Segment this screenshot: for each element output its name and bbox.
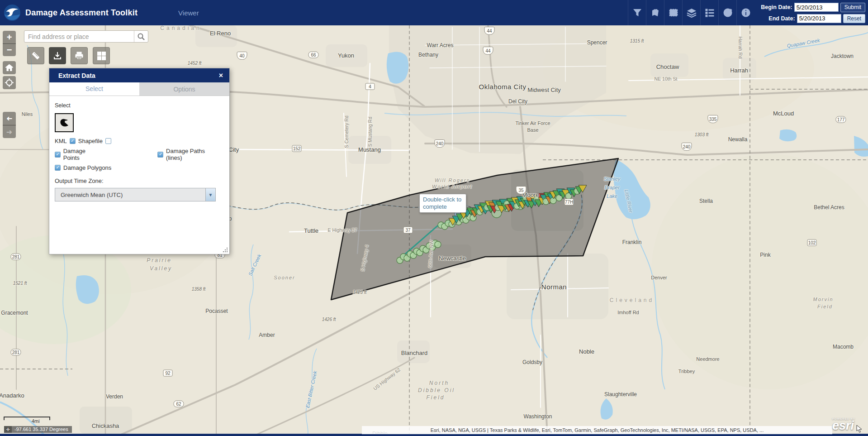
submit-button[interactable]: Submit bbox=[840, 3, 865, 12]
output-time-zone-label: Output Time Zone: bbox=[55, 177, 224, 184]
esri-logo: POWERED BY esri bbox=[832, 417, 855, 431]
mouse-cursor bbox=[856, 425, 863, 433]
home-button[interactable] bbox=[3, 61, 16, 74]
kml-checkbox[interactable] bbox=[70, 138, 76, 144]
end-date-input[interactable] bbox=[797, 14, 841, 23]
tab-options[interactable]: Options bbox=[139, 82, 229, 96]
dialog-header[interactable]: Extract Data × bbox=[49, 68, 229, 82]
print-button[interactable] bbox=[71, 47, 88, 64]
layers-button[interactable] bbox=[682, 0, 700, 25]
date-panel: Begin Date: Submit End Date: Reset bbox=[761, 3, 865, 23]
info-button[interactable] bbox=[736, 0, 754, 25]
app-header: Damage Assessment Toolkit Viewer Begin D… bbox=[0, 0, 868, 25]
kml-label: KML bbox=[55, 138, 67, 144]
info-icon bbox=[741, 8, 751, 18]
legend-button[interactable] bbox=[700, 0, 718, 25]
begin-date-label: Begin Date: bbox=[761, 4, 792, 10]
scale-bar bbox=[4, 417, 50, 420]
freehand-polygon-tool-button[interactable] bbox=[55, 113, 74, 132]
damage-points-checkbox[interactable] bbox=[55, 152, 61, 158]
begin-date-input[interactable] bbox=[794, 3, 839, 12]
tab-viewer[interactable]: Viewer bbox=[178, 9, 199, 17]
shapefile-checkbox[interactable] bbox=[105, 138, 111, 144]
draw-tooltip: Double-click to complete bbox=[419, 194, 466, 213]
time-icon bbox=[723, 8, 733, 18]
forward-button[interactable]: ➜ bbox=[3, 125, 16, 138]
locate-button[interactable] bbox=[3, 76, 16, 89]
reset-button[interactable]: Reset bbox=[843, 14, 865, 23]
select-section-label: Select bbox=[55, 102, 224, 109]
time-zone-value: Greenwich Mean (UTC) bbox=[55, 192, 205, 198]
esri-wordmark: esri bbox=[832, 420, 855, 431]
coordinate-readout: ✛ -97.661 35.337 Degrees bbox=[4, 426, 72, 433]
minus-icon: − bbox=[7, 45, 12, 55]
search-input[interactable] bbox=[24, 31, 134, 42]
dialog-resize-handle[interactable] bbox=[223, 248, 228, 252]
back-button[interactable]: ➜ bbox=[3, 112, 16, 125]
home-icon bbox=[5, 64, 13, 71]
coordinate-text: -97.661 35.337 Degrees bbox=[12, 426, 72, 433]
damage-polygons-checkbox[interactable] bbox=[55, 165, 61, 171]
map-attribution: Esri, NASA, NGA, USGS | Texas Parks & Wi… bbox=[362, 426, 832, 434]
search-icon bbox=[138, 33, 145, 40]
filter-button[interactable] bbox=[628, 0, 646, 25]
history-controls[interactable]: ➜ ➜ bbox=[3, 112, 16, 138]
damage-points-label: Damage Points bbox=[63, 148, 103, 161]
chevron-down-icon: ▼ bbox=[205, 188, 215, 201]
close-icon[interactable]: × bbox=[217, 72, 225, 80]
measure-button[interactable] bbox=[27, 47, 44, 64]
extract-data-button[interactable] bbox=[49, 47, 66, 64]
tab-select[interactable]: Select bbox=[49, 82, 139, 96]
extract-data-dialog: Extract Data × Select Options Select KML… bbox=[49, 68, 230, 254]
forward-icon: ➜ bbox=[6, 128, 12, 136]
grid-icon bbox=[97, 52, 106, 60]
filter-icon bbox=[632, 8, 642, 18]
legend-icon bbox=[705, 8, 715, 18]
shapefile-label: Shapefile bbox=[78, 138, 103, 144]
search-button[interactable] bbox=[134, 31, 148, 42]
damage-marker[interactable] bbox=[435, 241, 441, 248]
polygons-row: Damage Polygons bbox=[55, 164, 224, 171]
crosshair-icon[interactable]: ✛ bbox=[4, 426, 12, 433]
ruler-icon bbox=[31, 51, 40, 60]
damage-paths-checkbox[interactable] bbox=[157, 152, 163, 158]
printer-icon bbox=[75, 51, 84, 60]
dialog-title: Extract Data bbox=[58, 72, 217, 79]
noaa-logo bbox=[4, 4, 21, 21]
map-canvas[interactable]: CanadianClevelandEl RenoYukonBethanyWarr… bbox=[0, 0, 868, 436]
points-paths-row: Damage Points Damage Paths (lines) bbox=[55, 148, 224, 161]
plus-icon: + bbox=[7, 32, 12, 43]
time-slider-button[interactable] bbox=[718, 0, 736, 25]
app-title: Damage Assessment Toolkit bbox=[25, 8, 138, 18]
locate-icon bbox=[5, 78, 14, 87]
basemap-button[interactable] bbox=[93, 47, 110, 64]
add-data-button[interactable] bbox=[646, 0, 664, 25]
back-icon: ➜ bbox=[6, 114, 12, 123]
freehand-polygon-icon bbox=[59, 117, 70, 128]
damage-paths-label: Damage Paths (lines) bbox=[166, 148, 221, 161]
scale-label: 4mi bbox=[32, 418, 40, 424]
swipe-button[interactable] bbox=[664, 0, 682, 25]
end-date-label: End Date: bbox=[768, 15, 795, 22]
damage-polygons-label: Damage Polygons bbox=[63, 164, 111, 171]
format-row: KML Shapefile bbox=[55, 138, 224, 144]
zoom-in-button[interactable]: + bbox=[3, 31, 16, 43]
zoom-out-button[interactable]: − bbox=[3, 43, 16, 56]
zoom-controls[interactable]: + − bbox=[3, 31, 16, 56]
search-box[interactable] bbox=[24, 30, 148, 43]
add-map-icon bbox=[650, 8, 660, 18]
download-icon bbox=[53, 51, 62, 60]
layers-icon bbox=[687, 8, 697, 18]
swipe-icon bbox=[669, 8, 678, 18]
time-zone-select[interactable]: Greenwich Mean (UTC) ▼ bbox=[55, 188, 216, 201]
